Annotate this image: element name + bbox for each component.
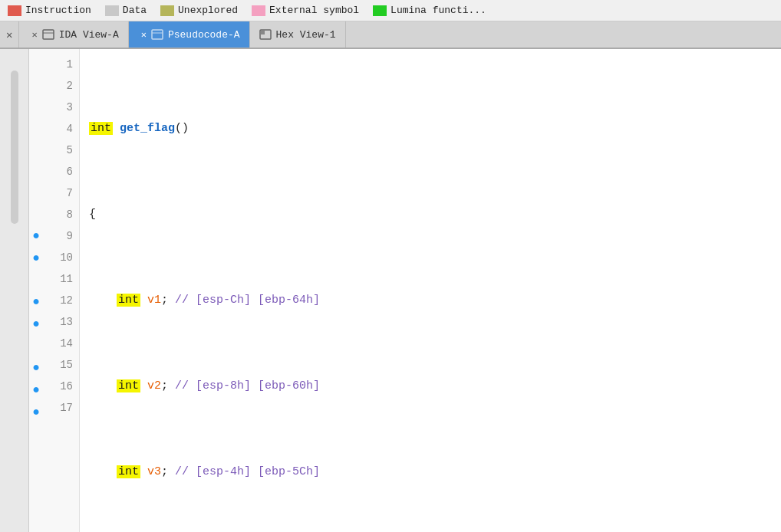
bp-11 <box>29 270 43 291</box>
main-area: ● ● ● ● ● ● ● 1 2 3 4 5 6 7 8 9 10 11 12… <box>0 49 781 532</box>
legend-data-label: Data <box>123 5 147 16</box>
legend-data-color <box>105 5 119 16</box>
legend-unexplored: Unexplored <box>160 5 238 16</box>
legend-lumina-color <box>373 5 387 16</box>
legend-unexplored-color <box>160 5 174 16</box>
code-line-2: { <box>89 204 781 225</box>
bp-9[interactable]: ● <box>32 229 40 243</box>
bp-6 <box>29 161 43 182</box>
svg-rect-2 <box>152 30 163 39</box>
legend-data: Data <box>105 5 147 16</box>
tab-icon-pseudo <box>151 29 163 40</box>
bp-1 <box>29 54 43 75</box>
code-line-3: int v1; // [esp-Ch] [ebp-64h] <box>89 290 781 311</box>
tab-close-ida[interactable]: ✕ <box>31 29 37 41</box>
tab-label-hex: Hex View-1 <box>276 29 336 41</box>
close-all-icon[interactable]: ✕ <box>6 28 12 41</box>
tab-label-ida: IDA View-A <box>59 29 119 41</box>
code-line-5: int v3; // [esp-4h] [ebp-5Ch] <box>89 461 781 483</box>
legend-instruction-color <box>8 5 21 16</box>
legend-bar: Instruction Data Unexplored External sym… <box>0 0 781 21</box>
bp-5 <box>29 140 43 161</box>
tab-close-pseudo[interactable]: ✕ <box>141 29 147 41</box>
tab-icon-hex <box>259 29 272 40</box>
bp-2 <box>29 75 43 97</box>
close-all-button[interactable]: ✕ <box>0 21 19 48</box>
legend-external-label: External symbol <box>269 5 359 16</box>
code-panel[interactable]: ● ● ● ● ● ● ● 1 2 3 4 5 6 7 8 9 10 11 12… <box>29 49 781 532</box>
legend-lumina: Lumina functi... <box>373 5 486 16</box>
bp-4 <box>29 118 43 140</box>
legend-external: External symbol <box>252 5 359 16</box>
tab-label-pseudo: Pseudocode-A <box>168 29 240 41</box>
code-content: int get_flag() { int v1; // [esp-Ch] [eb… <box>80 49 781 532</box>
line-numbers: 1 2 3 4 5 6 7 8 9 10 11 12 13 14 15 16 1… <box>43 49 80 532</box>
bp-15[interactable]: ● <box>32 361 40 375</box>
svg-rect-5 <box>261 31 265 34</box>
bp-16[interactable]: ● <box>32 383 40 397</box>
left-gutter <box>0 49 29 532</box>
tab-bar: ✕ ✕ IDA View-A ✕ Pseudocode-A Hex View-1 <box>0 21 781 49</box>
code-line-1: int get_flag() <box>89 118 781 140</box>
tab-icon-ida <box>42 29 54 40</box>
tab-hex-view-1[interactable]: Hex View-1 <box>250 21 346 48</box>
breakpoints-column: ● ● ● ● ● ● ● <box>29 49 43 532</box>
scroll-indicator[interactable] <box>11 71 18 224</box>
bp-14 <box>29 336 43 357</box>
bp-7 <box>29 182 43 204</box>
bp-10[interactable]: ● <box>32 251 40 265</box>
legend-unexplored-label: Unexplored <box>178 5 238 16</box>
code-line-4: int v2; // [esp-8h] [ebp-60h] <box>89 376 781 397</box>
tab-pseudocode-a[interactable]: ✕ Pseudocode-A <box>129 21 250 48</box>
bp-12[interactable]: ● <box>32 295 40 309</box>
legend-lumina-label: Lumina functi... <box>390 5 486 16</box>
bp-13[interactable]: ● <box>32 317 40 331</box>
bp-8 <box>29 204 43 225</box>
legend-external-color <box>252 5 265 16</box>
tab-ida-view-a[interactable]: ✕ IDA View-A <box>19 21 128 48</box>
bp-3 <box>29 97 43 118</box>
bp-17[interactable]: ● <box>32 406 40 419</box>
svg-rect-0 <box>43 30 54 39</box>
legend-instruction-label: Instruction <box>25 5 91 16</box>
legend-instruction: Instruction <box>8 5 91 16</box>
